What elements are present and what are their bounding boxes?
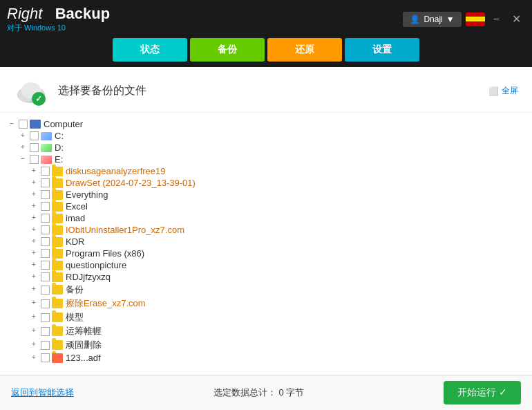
checkbox-item-12[interactable]	[41, 313, 50, 322]
expand-drive-d[interactable]: +	[18, 143, 28, 153]
expand-item-9[interactable]: +	[29, 272, 39, 282]
expand-drive-e[interactable]: −	[18, 155, 28, 165]
tree-item-computer[interactable]: − Computer	[7, 118, 525, 130]
main-content: ✓ 选择要备份的文件 ⬜ 全屏 − Computer +	[0, 67, 532, 375]
checkbox-item-0[interactable]	[41, 167, 50, 176]
list-item[interactable]: + Excel	[7, 201, 525, 212]
checkbox-item-3[interactable]	[41, 202, 50, 211]
data-total-label: 选定数据总计：	[213, 387, 276, 398]
list-item[interactable]: + 123...adf	[7, 352, 525, 364]
folder-icon	[52, 237, 63, 247]
fullscreen-icon: ⬜	[488, 86, 499, 96]
list-item[interactable]: + 顽固删除	[7, 338, 525, 352]
checkbox-item-5[interactable]	[41, 225, 50, 234]
checkbox-item-15[interactable]	[41, 353, 50, 362]
checkbox-item-2[interactable]	[41, 190, 50, 199]
list-item[interactable]: + 模型	[7, 310, 525, 324]
tab-restore[interactable]: 还原	[267, 38, 342, 62]
drive-c-icon	[41, 132, 52, 140]
expand-item-2[interactable]: +	[29, 190, 39, 200]
list-item[interactable]: + 运筹帷幄	[7, 324, 525, 338]
header-left: ✓ 选择要备份的文件	[14, 75, 146, 106]
item-label-15: 123...adf	[66, 353, 101, 363]
list-item[interactable]: + questionpicture	[7, 259, 525, 271]
header-section: ✓ 选择要备份的文件 ⬜ 全屏	[0, 67, 532, 113]
folder-icon	[52, 225, 63, 235]
page-title: 选择要备份的文件	[58, 84, 146, 98]
expand-computer[interactable]: −	[7, 120, 17, 129]
checkbox-item-1[interactable]	[41, 178, 50, 187]
item-label-0: diskusageanalyzerfree19	[66, 166, 166, 176]
folder-icon	[52, 202, 63, 212]
checkbox-item-9[interactable]	[41, 272, 50, 281]
fullscreen-button[interactable]: ⬜ 全屏	[488, 85, 518, 97]
app-window: Right Backup 对于 Windows 10 👤 Dnaji ▼ − ✕…	[0, 0, 532, 410]
checkbox-item-7[interactable]	[41, 249, 50, 258]
back-link[interactable]: 返回到智能选择	[11, 386, 74, 399]
list-item[interactable]: + DrawSet (2024-07-23_13-39-01)	[7, 177, 525, 189]
item-label-11: 擦除Erase_xz7.com	[66, 297, 146, 310]
footer: 返回到智能选择 选定数据总计： 0 字节 开始运行 ✓	[0, 375, 532, 410]
expand-item-3[interactable]: +	[29, 202, 39, 212]
checkbox-drive-c[interactable]	[30, 131, 39, 140]
list-item[interactable]: + KDR	[7, 236, 525, 248]
checkbox-item-4[interactable]	[41, 214, 50, 223]
list-item[interactable]: + IObitUninstaller1Pro_xz7.com	[7, 224, 525, 236]
drive-d-label: D:	[55, 142, 64, 153]
list-item[interactable]: + Everything	[7, 189, 525, 201]
list-item[interactable]: + Program Files (x86)	[7, 248, 525, 259]
list-item[interactable]: + imad	[7, 212, 525, 224]
checkbox-item-6[interactable]	[41, 237, 50, 246]
folder-icon	[52, 249, 63, 259]
file-tree[interactable]: − Computer + C: + D: −	[0, 113, 532, 369]
expand-item-10[interactable]: +	[29, 285, 39, 295]
list-item[interactable]: + 擦除Erase_xz7.com	[7, 297, 525, 310]
expand-drive-c[interactable]: +	[18, 131, 28, 141]
close-button[interactable]: ✕	[508, 11, 525, 27]
checkbox-item-10[interactable]	[41, 286, 50, 295]
checkbox-computer[interactable]	[19, 120, 28, 129]
item-label-14: 顽固删除	[66, 339, 102, 351]
data-total: 选定数据总计： 0 字节	[213, 386, 304, 399]
expand-item-8[interactable]: +	[29, 261, 39, 270]
checkbox-item-14[interactable]	[41, 341, 50, 350]
titlebar: Right Backup 对于 Windows 10 👤 Dnaji ▼ − ✕	[0, 0, 532, 38]
checkbox-item-11[interactable]	[41, 299, 50, 308]
expand-item-11[interactable]: +	[29, 299, 39, 308]
expand-item-5[interactable]: +	[29, 225, 39, 235]
tree-item-drive-e[interactable]: − E:	[7, 153, 525, 165]
tab-settings[interactable]: 设置	[345, 38, 419, 62]
language-flag-button[interactable]	[466, 12, 485, 26]
expand-item-13[interactable]: +	[29, 326, 39, 336]
folder-icon	[52, 167, 63, 176]
computer-label: Computer	[44, 119, 83, 129]
tab-backup[interactable]: 备份	[190, 38, 265, 62]
folder-icon	[52, 190, 63, 200]
data-total-value: 0 字节	[278, 387, 304, 398]
checkbox-drive-d[interactable]	[30, 143, 39, 152]
user-icon: 👤	[410, 15, 420, 24]
svg-text:✓: ✓	[35, 94, 42, 104]
expand-item-4[interactable]: +	[29, 214, 39, 223]
minimize-button[interactable]: −	[489, 12, 504, 27]
list-item[interactable]: + 备份	[7, 283, 525, 297]
checkbox-item-8[interactable]	[41, 261, 50, 270]
list-item[interactable]: + RDJjfzyxzq	[7, 271, 525, 283]
tree-item-drive-d[interactable]: + D:	[7, 142, 525, 153]
expand-item-15[interactable]: +	[29, 353, 39, 363]
checkbox-drive-e[interactable]	[30, 155, 39, 164]
expand-item-6[interactable]: +	[29, 237, 39, 247]
tab-status[interactable]: 状态	[113, 38, 187, 62]
expand-item-12[interactable]: +	[29, 313, 39, 322]
list-item[interactable]: + diskusageanalyzerfree19	[7, 165, 525, 177]
expand-item-7[interactable]: +	[29, 249, 39, 259]
tree-item-drive-c[interactable]: + C:	[7, 130, 525, 142]
user-button[interactable]: 👤 Dnaji ▼	[403, 12, 461, 27]
expand-item-14[interactable]: +	[29, 340, 39, 350]
checkbox-item-13[interactable]	[41, 327, 50, 336]
expand-item-0[interactable]: +	[29, 167, 39, 176]
app-title: Right Backup	[7, 5, 110, 23]
item-label-10: 备份	[66, 283, 84, 296]
start-button[interactable]: 开始运行 ✓	[444, 381, 521, 404]
expand-item-1[interactable]: +	[29, 178, 39, 188]
